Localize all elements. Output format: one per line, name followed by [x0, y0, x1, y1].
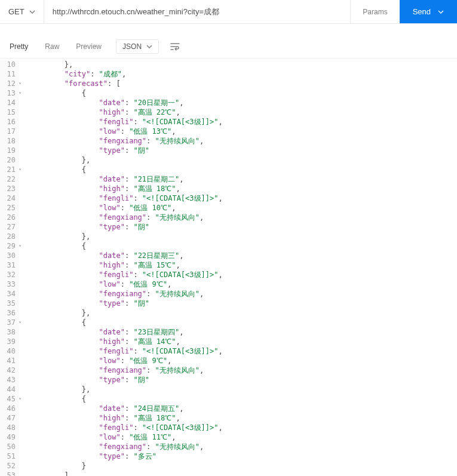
chevron-down-icon	[438, 10, 444, 14]
code-content: }, "city": "成都", "forecast": [ { "date":…	[19, 60, 457, 476]
send-button-label: Send	[413, 7, 431, 16]
http-method-label: GET	[8, 7, 24, 16]
format-select[interactable]: JSON	[116, 39, 159, 54]
params-button[interactable]: Params	[350, 0, 399, 23]
tab-pretty[interactable]: Pretty	[1, 35, 36, 58]
wrap-lines-button[interactable]	[165, 39, 185, 54]
line-number-gutter: 1011121314151617181920212223242526272829…	[0, 60, 19, 476]
http-method-select[interactable]: GET	[0, 0, 44, 23]
format-label: JSON	[122, 42, 142, 51]
response-body[interactable]: 1011121314151617181920212223242526272829…	[0, 59, 457, 476]
url-input[interactable]	[44, 0, 351, 23]
send-button[interactable]: Send	[400, 0, 457, 23]
tab-preview[interactable]: Preview	[68, 35, 110, 58]
tab-raw[interactable]: Raw	[36, 35, 68, 58]
chevron-down-icon	[29, 10, 35, 14]
chevron-down-icon	[146, 45, 152, 48]
